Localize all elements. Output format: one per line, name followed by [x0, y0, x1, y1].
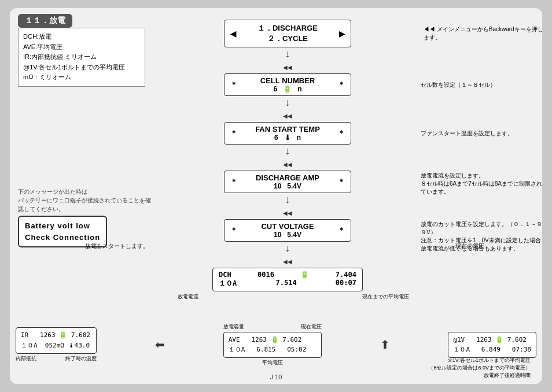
forward-icon: ▶	[339, 29, 345, 38]
flow-item-6: DCH 0016 🔋 7.404 １０A 7.514 00:07 放電電流 現在…	[160, 268, 415, 291]
cell-unit: n	[297, 85, 301, 93]
cell-number-value-row: 6 🔋 n	[260, 85, 315, 93]
fan-temp-value: 6	[274, 134, 278, 142]
star-right-2: ＊	[338, 80, 345, 90]
arrow-3: ↓◀◀	[160, 145, 415, 169]
current-voltage-label: 現在電圧	[301, 323, 322, 331]
warning-small-text: 下のメッセージが出た時は バッテリーにワニ口端子が接続されていることを確認してく…	[18, 187, 151, 213]
dch-line1: DCH 0016 🔋 7.404	[219, 271, 356, 279]
warning-text-line1: 下のメッセージが出た時は	[18, 187, 151, 196]
at1v-note1: ※1V:各セル1ボルトまでの平均電圧	[428, 357, 531, 364]
info-line-5: mΩ：ミリオーム	[23, 72, 140, 83]
discharge-amp-val2: 5.4V	[287, 182, 301, 190]
fan-temp-icon: 🌡	[284, 134, 291, 142]
ir-labels: 内部抵抗 終了時の温度	[16, 355, 97, 363]
note-avg-voltage: 現在までの平均電圧	[362, 293, 409, 301]
dch-line2: １０A 7.514 00:07	[219, 279, 356, 289]
flow-item-3: ＊ FAN START TEMP 6 🌡 n ＊ ファンスタート温度を設定します…	[160, 122, 415, 145]
ir-box: IR 1263 🔋 7.602 １０A 052mΩ 🌡43.0	[16, 327, 97, 353]
thermometer-icon: 🔋	[283, 85, 292, 93]
ir-section: IR 1263 🔋 7.602 １０A 052mΩ 🌡43.0 内部抵抗 終了時…	[16, 327, 97, 362]
cut-voltage-val1: 10	[274, 231, 281, 239]
note1: ◀◀ メインメニューからBackwardキーを押して設定画面に入ります。	[424, 25, 542, 42]
avg-voltage-label: 平均電圧	[262, 359, 283, 367]
star-left-2: ＊	[230, 80, 237, 90]
bottom-section: IR 1263 🔋 7.602 １０A 052mΩ 🌡43.0 内部抵抗 終了時…	[16, 323, 536, 367]
ir-line1: IR 1263 🔋 7.602	[21, 330, 91, 341]
discharge-cycle-box: ◀ １．DISCHARGE ２．CYCLE ▶	[224, 20, 351, 47]
end-temp-label: 終了時の温度	[65, 355, 97, 363]
flow-item-1: ◀ １．DISCHARGE ２．CYCLE ▶ ◀◀ メインメニューからBack…	[160, 20, 415, 47]
note2: セル数を設定（１～８セル）	[421, 81, 519, 89]
info-line-2: AVE:平均電圧	[23, 42, 140, 53]
star-left-4: ＊	[230, 177, 237, 187]
ir-line2: １０A 052mΩ 🌡43.0	[21, 341, 91, 351]
note4-line1: 放電電流を設定します。	[421, 172, 542, 180]
cycle-label: ２．CYCLE	[257, 34, 318, 44]
warning-line1: Battery volt low	[25, 220, 100, 232]
note3: ファンスタート温度を設定します。	[421, 130, 519, 138]
cell-number-box: ＊ CELL NUMBER 6 🔋 n ＊	[224, 73, 351, 96]
page-number: J 10	[270, 373, 282, 380]
dch-display-box: DCH 0016 🔋 7.404 １０A 7.514 00:07	[212, 268, 363, 291]
ave-line1: AVE 1263 🔋 7.602	[229, 335, 317, 345]
note-discharge-current: 放電電流	[178, 293, 198, 301]
star-right-3: ＊	[338, 128, 345, 138]
bottom-notes: ※1V:各セル1ボルトまでの平均電圧 （6セル設定の場合は6.0Vまでの平均電圧…	[428, 357, 531, 379]
cut-voltage-val2: 5.4V	[287, 231, 301, 239]
warning-line2: Check Connection	[25, 232, 100, 243]
at1v-line2: １０A 6.849 07:38	[453, 345, 531, 355]
dch-voltage1: 7.404	[336, 271, 356, 279]
info-line-4: @1V:各セル1ボルトまでの平均電圧	[23, 62, 140, 73]
info-line-3: IR:内部抵抗値 ミリオーム	[23, 52, 140, 62]
elapsed-time-note: 放電終了後経過時間	[428, 372, 531, 379]
discharge-amp-val1: 10	[274, 182, 281, 190]
warning-section: 下のメッセージが出た時は バッテリーにワニ口端子が接続されていることを確認してく…	[18, 187, 151, 247]
warning-text-line2: バッテリーにワニ口端子が接続されていることを確認してください。	[18, 196, 151, 213]
note4: 放電電流を設定します。 ８セル時は6Aまで7セル時は8Aまでに制限されています。	[421, 172, 542, 196]
dch-current: １０A	[219, 279, 237, 289]
internal-resistance-label: 内部抵抗	[16, 355, 36, 363]
flow-item-4: ＊ DISCHARGE AMP 10 5.4V ＊ 放電電流を設定します。 ８セ…	[160, 171, 415, 193]
star-right-5: ＊	[338, 225, 345, 235]
cut-voltage-box: ＊ CUT VOLTAGE 10 5.4V ＊	[224, 219, 351, 242]
ave-box: AVE 1263 🔋 7.602 １０A 6.815 05:02	[223, 332, 322, 358]
at1v-note2: （6セル設定の場合は6.0Vまでの平均電圧）	[428, 364, 531, 372]
dch-time: 00:07	[336, 279, 356, 289]
discharge-amp-label: DISCHARGE AMP	[256, 173, 319, 182]
fan-start-temp-label: FAN START TEMP	[255, 125, 320, 134]
arrow-4: ↓◀◀	[160, 194, 415, 218]
discharge-capacity-label: 放電容量	[223, 323, 244, 331]
discharge-amp-value-row: 10 5.4V	[256, 182, 319, 190]
star-left-5: ＊	[230, 225, 237, 235]
fan-temp-unit: n	[297, 134, 301, 142]
arrow-5-container: ↓◀◀ 放電をスタートします。 現在の電圧	[160, 242, 415, 267]
arrow-2: ↓◀◀	[160, 97, 415, 121]
note6-right: 現在の電圧	[455, 242, 484, 250]
arrow-right-icon: ⬆	[380, 338, 390, 352]
at1v-section: @1V 1263 🔋 7.602 １０A 6.849 07:38	[448, 332, 536, 358]
star-right-4: ＊	[338, 177, 345, 187]
info-box: DCH:放電 AVE:平均電圧 IR:内部抵抗値 ミリオーム @1V:各セル1ボ…	[18, 28, 145, 87]
cell-number-value: 6	[273, 85, 277, 93]
arrow-1: ↓◀◀	[160, 48, 415, 72]
flow-area: ◀ １．DISCHARGE ２．CYCLE ▶ ◀◀ メインメニューからBack…	[160, 20, 415, 291]
discharge-label: １．DISCHARGE	[257, 23, 318, 34]
back-icon: ◀	[230, 29, 236, 38]
battery-icon-6: 🔋	[300, 271, 309, 279]
dch-value1: 0016	[257, 271, 274, 279]
fan-start-temp-box: ＊ FAN START TEMP 6 🌡 n ＊	[224, 122, 351, 145]
ave-top-labels: 放電容量 現在電圧	[223, 323, 322, 331]
note5-line1: 放電のカット電圧を設定します。（０．１～９．９V）	[421, 220, 542, 236]
note6-left: 放電をスタートします。	[85, 242, 160, 250]
page-title: １１．放電	[18, 14, 72, 28]
fan-temp-value-row: 6 🌡 n	[255, 134, 320, 142]
ave-line2: １０A 6.815 05:02	[229, 345, 317, 355]
dch-label: DCH	[219, 271, 231, 279]
info-line-1: DCH:放電	[23, 32, 140, 42]
at1v-line1: @1V 1263 🔋 7.602	[453, 335, 531, 345]
at1v-box: @1V 1263 🔋 7.602 １０A 6.849 07:38	[448, 332, 536, 358]
star-left-3: ＊	[230, 128, 237, 138]
flow-item-2: ＊ CELL NUMBER 6 🔋 n ＊ セル数を設定（１～８セル）	[160, 73, 415, 96]
discharge-amp-box: ＊ DISCHARGE AMP 10 5.4V ＊	[224, 171, 351, 193]
